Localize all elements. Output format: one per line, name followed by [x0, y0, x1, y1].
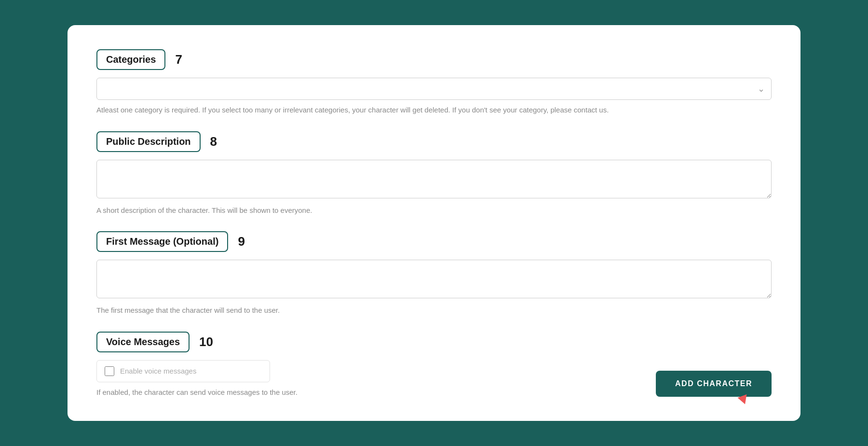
public-description-textarea[interactable]: [96, 160, 772, 198]
categories-section: Categories 7 ⌄ Atleast one category is r…: [96, 49, 772, 116]
public-description-number: 8: [210, 134, 217, 149]
public-description-label: Public Description: [96, 131, 201, 152]
categories-header: Categories 7: [96, 49, 772, 70]
voice-messages-checkbox-row[interactable]: Enable voice messages: [96, 360, 270, 382]
public-description-section: Public Description 8 A short description…: [96, 131, 772, 216]
outer-container: Categories 7 ⌄ Atleast one category is r…: [0, 0, 868, 446]
first-message-section: First Message (Optional) 9 The first mes…: [96, 231, 772, 316]
first-message-header: First Message (Optional) 9: [96, 231, 772, 252]
first-message-label: First Message (Optional): [96, 231, 228, 252]
categories-hint: Atleast one category is required. If you…: [96, 105, 772, 116]
main-card: Categories 7 ⌄ Atleast one category is r…: [68, 25, 800, 421]
first-message-hint: The first message that the character wil…: [96, 305, 772, 316]
first-message-number: 9: [238, 234, 244, 249]
voice-messages-label: Voice Messages: [96, 332, 190, 352]
voice-messages-checkbox-label: Enable voice messages: [120, 367, 196, 375]
categories-dropdown-container: ⌄: [96, 78, 772, 100]
first-message-textarea[interactable]: [96, 260, 772, 298]
public-description-hint: A short description of the character. Th…: [96, 205, 772, 216]
categories-label: Categories: [96, 49, 165, 70]
add-character-button[interactable]: ADD CHARACTER: [656, 371, 772, 397]
categories-number: 7: [175, 52, 182, 67]
public-description-header: Public Description 8: [96, 131, 772, 152]
voice-messages-header: Voice Messages 10: [96, 332, 772, 352]
voice-messages-number: 10: [199, 334, 213, 349]
categories-dropdown[interactable]: [96, 78, 772, 100]
voice-messages-checkbox[interactable]: [105, 366, 114, 376]
